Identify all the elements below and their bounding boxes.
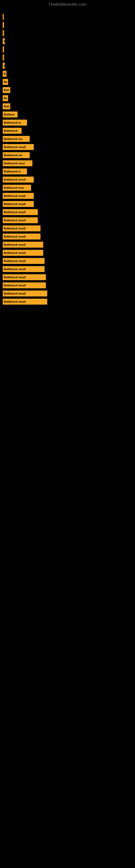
- bar-row: Bott: [3, 102, 132, 110]
- bar-label-2: |: [4, 32, 4, 35]
- bar-label-22: Bottleneck result: [4, 194, 26, 197]
- bar-row: Bottlene: [3, 111, 132, 118]
- bar-label-8: Bo: [4, 81, 7, 84]
- bar-row: Bottleneck result: [3, 282, 132, 289]
- bar-row: Bottleneck result: [3, 273, 132, 281]
- bar-label-13: Bottleneck re: [4, 121, 21, 124]
- bar-35: Bottleneck result: [3, 299, 47, 305]
- bar-row: Bottleneck result: [3, 265, 132, 273]
- bar-label-17: Bottleneck res: [4, 154, 22, 157]
- bar-row: |: [3, 45, 132, 53]
- bar-4: |: [3, 46, 4, 52]
- bar-label-18: Bottleneck resul: [4, 162, 25, 165]
- bar-1: |: [3, 22, 4, 28]
- bar-row: E: [3, 37, 132, 45]
- bar-label-7: B: [4, 72, 6, 75]
- bar-row: Bottleneck res: [3, 135, 132, 143]
- bar-27: Bottleneck result: [3, 234, 41, 240]
- bar-label-29: Bottleneck result: [4, 251, 26, 254]
- bar-label-11: Bott: [4, 105, 9, 108]
- bar-row: Bottleneck result: [3, 241, 132, 248]
- bar-31: Bottleneck result: [3, 266, 45, 272]
- bar-label-26: Bottleneck result: [4, 227, 26, 230]
- bars-container: |||E||EBBoBottBoBottBottleneBottleneck r…: [0, 8, 135, 309]
- bar-label-35: Bottleneck result: [4, 300, 26, 303]
- bar-row: Bottleneck: [3, 127, 132, 134]
- bar-26: Bottleneck result: [3, 225, 41, 231]
- bar-label-1: |: [4, 24, 4, 27]
- bar-label-32: Bottleneck result: [4, 276, 26, 279]
- bar-row: Bottleneck result: [3, 298, 132, 305]
- bar-0: |: [3, 14, 4, 20]
- bar-row: Bottleneck re: [3, 167, 132, 175]
- bar-row: Bottleneck result: [3, 233, 132, 240]
- bar-row: Bo: [3, 94, 132, 102]
- bar-label-25: Bottleneck result: [4, 219, 26, 222]
- bar-label-20: Bottleneck result: [4, 178, 26, 181]
- bar-label-33: Bottleneck result: [4, 284, 26, 287]
- bar-label-31: Bottleneck result: [4, 268, 26, 271]
- bar-33: Bottleneck result: [3, 282, 46, 288]
- bar-row: Bottleneck result: [3, 176, 132, 183]
- bar-row: Bottleneck res: [3, 151, 132, 159]
- bar-label-21: Bottleneck resu: [4, 186, 24, 189]
- bar-row: Bottleneck result: [3, 249, 132, 257]
- bar-row: Bott: [3, 86, 132, 94]
- bar-14: Bottleneck: [3, 128, 21, 134]
- bar-18: Bottleneck resul: [3, 160, 32, 166]
- bar-row: E: [3, 62, 132, 69]
- bar-row: B: [3, 70, 132, 78]
- bar-3: E: [3, 38, 5, 44]
- bar-24: Bottleneck result: [3, 209, 38, 215]
- bar-28: Bottleneck result: [3, 242, 43, 248]
- bar-8: Bo: [3, 79, 8, 85]
- bar-row: Bottleneck result: [3, 225, 132, 232]
- bar-label-23: Bottleneck result: [4, 203, 26, 206]
- bar-label-14: Bottleneck: [4, 129, 17, 132]
- bar-25: Bottleneck result: [3, 217, 38, 223]
- bar-row: |: [3, 29, 132, 37]
- bar-row: |: [3, 21, 132, 29]
- bar-label-16: Bottleneck result: [4, 146, 26, 149]
- bar-11: Bott: [3, 103, 10, 109]
- bar-row: Bottleneck result: [3, 208, 132, 216]
- bar-16: Bottleneck result: [3, 144, 34, 150]
- bar-20: Bottleneck result: [3, 177, 34, 183]
- bar-row: Bottleneck result: [3, 143, 132, 151]
- bar-5: |: [3, 55, 4, 61]
- bar-22: Bottleneck result: [3, 193, 34, 199]
- bar-30: Bottleneck result: [3, 258, 45, 264]
- bar-row: |: [3, 54, 132, 61]
- bar-label-12: Bottlene: [4, 113, 14, 116]
- bar-row: Bottleneck resu: [3, 184, 132, 191]
- bar-row: Bottleneck resul: [3, 159, 132, 167]
- bar-29: Bottleneck result: [3, 250, 43, 256]
- bar-7: B: [3, 71, 6, 77]
- bar-label-5: |: [4, 56, 4, 59]
- bar-row: Bottleneck result: [3, 192, 132, 199]
- bar-label-30: Bottleneck result: [4, 259, 26, 262]
- bar-21: Bottleneck resu: [3, 185, 31, 191]
- bar-label-28: Bottleneck result: [4, 243, 26, 246]
- bar-label-10: Bo: [4, 97, 7, 100]
- bar-row: Bottleneck re: [3, 119, 132, 126]
- bar-row: Bottleneck result: [3, 200, 132, 208]
- bar-row: Bottleneck result: [3, 257, 132, 265]
- bar-row: Bottleneck result: [3, 216, 132, 224]
- bar-label-4: |: [4, 48, 4, 51]
- bar-label-9: Bott: [4, 89, 9, 92]
- site-title: TheBottlenecker.com: [0, 0, 135, 8]
- bar-10: Bo: [3, 95, 8, 101]
- bar-13: Bottleneck re: [3, 120, 27, 126]
- bar-label-6: E: [4, 64, 5, 67]
- bar-32: Bottleneck result: [3, 274, 46, 280]
- bar-12: Bottlene: [3, 112, 17, 118]
- bar-23: Bottleneck result: [3, 201, 34, 207]
- bar-label-19: Bottleneck re: [4, 170, 21, 173]
- bar-15: Bottleneck res: [3, 136, 30, 142]
- bar-9: Bott: [3, 87, 10, 93]
- bar-label-34: Bottleneck result: [4, 292, 26, 295]
- bar-row: Bo: [3, 78, 132, 86]
- bar-row: Bottleneck result: [3, 290, 132, 297]
- bar-2: |: [3, 30, 4, 36]
